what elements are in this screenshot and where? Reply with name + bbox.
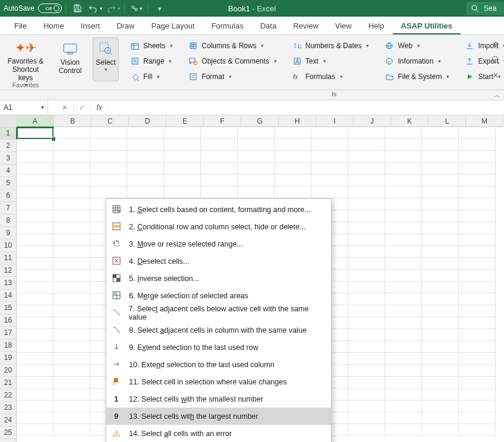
column-header[interactable]: K — [391, 115, 429, 127]
cell[interactable] — [53, 198, 90, 210]
cell[interactable] — [311, 163, 348, 175]
cell[interactable] — [459, 234, 496, 246]
cell[interactable] — [127, 187, 164, 198]
cell[interactable] — [348, 222, 385, 234]
cell[interactable] — [53, 175, 90, 187]
cell[interactable] — [385, 234, 422, 246]
objects-comments-button[interactable]: Objects & Comments▾ — [184, 54, 281, 68]
cell[interactable] — [459, 198, 496, 210]
cell[interactable] — [385, 151, 422, 163]
cell[interactable] — [459, 151, 496, 163]
cell[interactable] — [385, 353, 422, 365]
cell[interactable] — [459, 377, 496, 389]
menu-item-6[interactable]: 6. Merge selection of selected areas — [106, 287, 331, 304]
cell[interactable] — [127, 175, 164, 187]
cell[interactable] — [348, 163, 385, 175]
close-pane-icon[interactable]: ✕ — [490, 70, 502, 81]
cell[interactable] — [53, 424, 90, 436]
cell[interactable] — [275, 163, 311, 175]
cell[interactable] — [459, 293, 496, 305]
select-button[interactable]: Select ▾ — [93, 37, 119, 81]
cell[interactable] — [164, 175, 201, 187]
cell[interactable] — [422, 139, 459, 151]
cell[interactable] — [422, 151, 459, 163]
cell[interactable] — [238, 163, 275, 175]
cell[interactable] — [201, 187, 238, 198]
row-header[interactable]: 24 — [0, 414, 17, 427]
cell[interactable] — [238, 187, 275, 198]
cell[interactable] — [17, 389, 53, 400]
row-header[interactable]: 5 — [0, 177, 17, 190]
cell[interactable] — [17, 377, 53, 389]
cell[interactable] — [459, 210, 496, 222]
column-header[interactable]: A — [17, 115, 54, 128]
row-header[interactable]: 26 — [0, 439, 17, 442]
row-header[interactable]: 18 — [0, 339, 17, 352]
cell[interactable] — [385, 198, 422, 210]
tab-help[interactable]: Help — [360, 18, 393, 34]
cell[interactable] — [201, 163, 238, 175]
cell[interactable] — [348, 198, 385, 210]
row-header[interactable]: 11 — [0, 252, 17, 264]
text-button[interactable]: AText▾ — [288, 54, 374, 68]
cell[interactable] — [17, 127, 53, 139]
cell[interactable] — [459, 317, 496, 329]
cell[interactable] — [53, 353, 90, 365]
cell[interactable] — [275, 151, 311, 163]
cell[interactable] — [127, 139, 164, 151]
cancel-formula-button[interactable]: ✕ — [56, 103, 74, 112]
cell[interactable] — [385, 139, 422, 151]
cell[interactable] — [17, 353, 53, 365]
tab-view[interactable]: View — [327, 18, 360, 34]
row-header[interactable]: 23 — [0, 402, 17, 414]
cell[interactable] — [459, 270, 496, 282]
tab-review[interactable]: Review — [285, 18, 327, 34]
column-header[interactable]: H — [279, 115, 316, 127]
row-header[interactable]: 3 — [0, 152, 17, 165]
cell[interactable] — [385, 270, 422, 282]
cell[interactable] — [53, 270, 90, 282]
cell[interactable] — [53, 282, 90, 293]
tab-file[interactable]: File — [6, 18, 35, 34]
cell[interactable] — [17, 412, 53, 424]
cell[interactable] — [422, 400, 459, 412]
cell[interactable] — [17, 424, 53, 436]
cell[interactable] — [53, 210, 90, 222]
redo-button[interactable]: ▾ — [105, 0, 121, 17]
cell[interactable] — [348, 127, 385, 139]
menu-item-10[interactable]: 10. Extend selection to the last used co… — [106, 356, 331, 373]
cell[interactable] — [348, 258, 385, 270]
menu-item-4[interactable]: 4. Deselect cells... — [106, 252, 331, 270]
qat-customize-button[interactable]: ▾ — [152, 0, 167, 17]
cell[interactable] — [17, 270, 53, 282]
cell[interactable] — [17, 282, 53, 293]
cell[interactable] — [53, 329, 90, 341]
cell[interactable] — [348, 400, 385, 412]
cell[interactable] — [238, 175, 275, 187]
column-header[interactable]: M — [466, 115, 503, 127]
cell[interactable] — [17, 365, 53, 377]
cell[interactable] — [127, 151, 164, 163]
cell[interactable] — [422, 234, 459, 246]
cell[interactable] — [17, 139, 53, 151]
cell[interactable] — [459, 365, 496, 377]
column-header[interactable]: F — [204, 115, 241, 127]
cell[interactable] — [53, 163, 90, 175]
cell[interactable] — [422, 305, 459, 317]
row-header[interactable]: 17 — [0, 327, 17, 339]
enter-formula-button[interactable]: ✓ — [74, 103, 91, 112]
cell[interactable] — [275, 127, 311, 139]
save-icon[interactable] — [70, 0, 85, 17]
row-header[interactable]: 22 — [0, 389, 17, 402]
cell[interactable] — [17, 305, 53, 317]
cell[interactable] — [53, 187, 90, 198]
cell[interactable] — [53, 305, 90, 317]
cell[interactable] — [53, 258, 90, 270]
menu-item-7[interactable]: 7. Select adjacent cells below active ce… — [106, 304, 331, 321]
cell[interactable] — [17, 198, 53, 210]
cell[interactable] — [348, 210, 385, 222]
row-header[interactable]: 10 — [0, 239, 17, 252]
row-header[interactable]: 25 — [0, 427, 17, 439]
cell[interactable] — [422, 329, 459, 341]
cell[interactable] — [53, 246, 90, 258]
